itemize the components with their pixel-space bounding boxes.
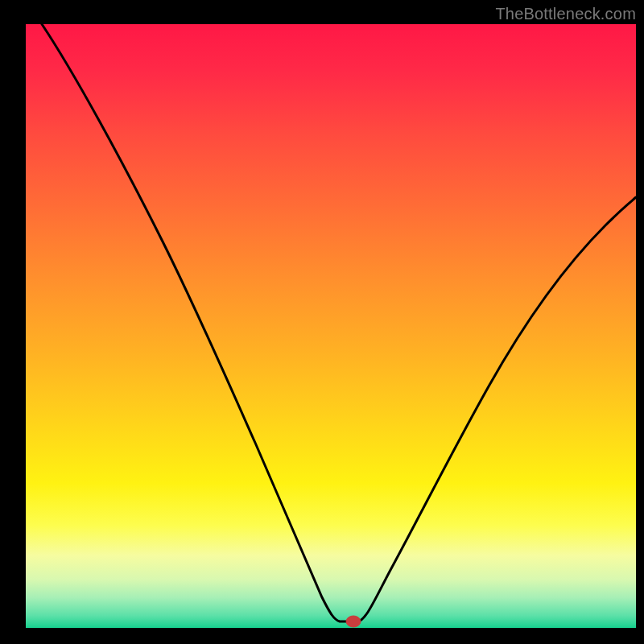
minimum-marker [346,616,361,627]
bottleneck-curve [26,24,636,628]
chart-frame: TheBottleneck.com [0,0,644,644]
curve-path [42,24,636,621]
attribution-label: TheBottleneck.com [495,5,636,23]
plot-area [26,24,636,628]
